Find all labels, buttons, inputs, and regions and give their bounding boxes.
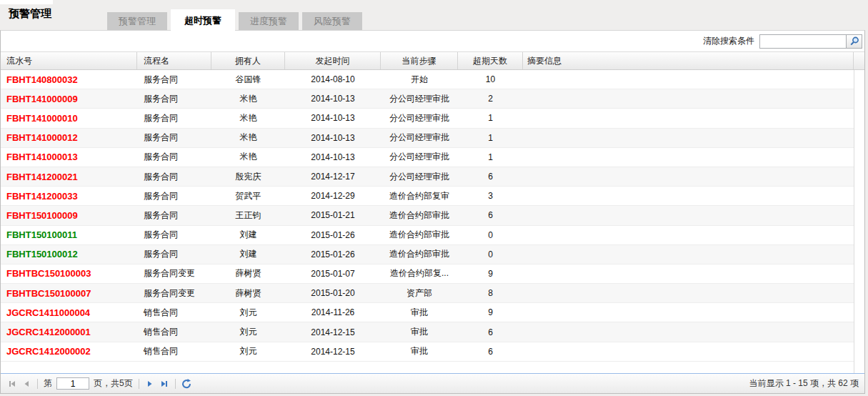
serial-cell: FBHT141000013 (1, 152, 137, 162)
table-row[interactable]: FBHT141000013 服务合同 米艳 2014-10-13 分公司经理审批… (1, 148, 854, 167)
page-number-input[interactable] (56, 377, 89, 390)
start-date-cell: 2014-12-15 (285, 347, 381, 357)
first-page-icon (7, 379, 17, 389)
header-scrollbar-spacer (854, 52, 864, 69)
owner-cell: 刘建 (211, 248, 285, 260)
process-cell: 服务合同 (137, 93, 211, 105)
vertical-scrollbar[interactable] (854, 70, 864, 373)
serial-cell: FBHT141000009 (1, 94, 137, 104)
process-cell: 服务合同 (137, 229, 211, 241)
table-rows: FBHT140800032 服务合同 谷国锋 2014-08-10 开始 10 … (1, 70, 854, 373)
tab-risk-warning[interactable]: 风险预警 (302, 12, 362, 30)
refresh-icon (181, 379, 191, 389)
start-date-cell: 2015-01-21 (285, 210, 381, 220)
page-prefix-label: 第 (44, 377, 52, 390)
current-step-cell: 分公司经理审批 (381, 171, 458, 183)
column-header-summary[interactable]: 摘要信息 (523, 52, 854, 69)
serial-cell: FBHT140800032 (1, 74, 137, 85)
overdue-days-cell: 8 (458, 288, 523, 298)
current-step-cell: 造价合约部审批 (381, 209, 458, 222)
next-page-button[interactable] (144, 377, 156, 390)
table-row[interactable]: FBHT141000010 服务合同 米艳 2014-10-13 分公司经理审批… (1, 109, 854, 128)
overdue-days-cell: 6 (458, 172, 523, 182)
table-row[interactable]: FBHT141200021 服务合同 殷宪庆 2014-12-17 分公司经理审… (1, 167, 854, 187)
owner-cell: 薛树贤 (211, 287, 285, 300)
tab-warning-management[interactable]: 预警管理 (107, 12, 167, 30)
content-panel: 清除搜索条件 流水号 流程名 拥有人 发起时间 当前步骤 超期天数 摘要信息 F… (0, 30, 865, 394)
page-suffix-label: 页，共5页 (94, 377, 133, 390)
column-header-owner[interactable]: 拥有人 (211, 52, 285, 69)
table-row[interactable]: FBHTBC150100003 服务合同变更 薛树贤 2015-01-07 造价… (1, 264, 854, 284)
start-date-cell: 2014-12-29 (285, 191, 381, 201)
toolbar-separator (139, 379, 139, 389)
search-row: 清除搜索条件 (1, 31, 864, 51)
tab-progress-warning[interactable]: 进度预警 (239, 12, 299, 30)
tab-timeout-warning[interactable]: 超时预警 (171, 9, 235, 33)
overdue-days-cell: 1 (458, 133, 523, 143)
table-row[interactable]: JGCRC1411000004 销售合同 刘元 2014-11-26 审批 9 (1, 303, 854, 322)
overdue-days-cell: 0 (458, 230, 523, 240)
search-button[interactable] (847, 34, 862, 49)
start-date-cell: 2014-10-13 (285, 94, 381, 104)
toolbar-separator (37, 379, 38, 389)
current-step-cell: 审批 (381, 345, 458, 357)
column-header-step[interactable]: 当前步骤 (381, 52, 458, 69)
serial-cell: FBHT141000010 (1, 113, 137, 124)
current-step-cell: 造价合约部审批 (381, 229, 458, 241)
serial-cell: JGCRC1412000001 (1, 327, 137, 337)
prev-page-button[interactable] (20, 377, 33, 390)
column-header-process[interactable]: 流程名 (137, 52, 211, 69)
overdue-days-cell: 3 (458, 191, 523, 201)
serial-cell: JGCRC1412000002 (1, 346, 137, 357)
owner-cell: 米艳 (211, 132, 285, 144)
overdue-days-cell: 9 (458, 269, 523, 279)
current-step-cell: 分公司经理审批 (381, 93, 458, 105)
table-row[interactable]: FBHT141200033 服务合同 贺武平 2014-12-29 造价合约部复… (1, 187, 854, 206)
current-step-cell: 分公司经理审批 (381, 151, 458, 163)
current-step-cell: 分公司经理审批 (381, 112, 458, 124)
process-cell: 服务合同 (137, 74, 211, 86)
overdue-days-cell: 0 (458, 249, 523, 259)
process-cell: 销售合同 (137, 307, 211, 319)
owner-cell: 殷宪庆 (211, 171, 285, 183)
table-row[interactable]: FBHT141000012 服务合同 米艳 2014-10-13 分公司经理审批… (1, 129, 854, 148)
process-cell: 服务合同 (137, 112, 211, 124)
owner-cell: 米艳 (211, 112, 285, 124)
process-cell: 服务合同 (137, 171, 211, 183)
process-cell: 服务合同 (137, 190, 211, 202)
clear-search-button[interactable]: 清除搜索条件 (703, 35, 754, 47)
pagination-toolbar: 第 页，共5页 当前显示 1 - 15 项，共 62 项 (1, 373, 864, 393)
next-page-icon (145, 379, 155, 389)
first-page-button[interactable] (6, 377, 19, 390)
current-step-cell: 审批 (381, 307, 458, 319)
search-input[interactable] (759, 34, 847, 49)
toolbar-separator (175, 379, 176, 389)
overdue-days-cell: 6 (458, 347, 523, 357)
table-row[interactable]: FBHT150100009 服务合同 王正钧 2015-01-21 造价合约部审… (1, 206, 854, 225)
refresh-button[interactable] (180, 377, 193, 390)
table-row[interactable]: FBHT140800032 服务合同 谷国锋 2014-08-10 开始 10 (1, 70, 854, 89)
column-header-date[interactable]: 发起时间 (285, 52, 381, 69)
overdue-days-cell: 9 (458, 307, 523, 317)
table-header: 流水号 流程名 拥有人 发起时间 当前步骤 超期天数 摘要信息 (1, 51, 864, 70)
owner-cell: 刘元 (211, 326, 285, 338)
overdue-days-cell: 6 (458, 327, 523, 337)
last-page-button[interactable] (158, 377, 171, 390)
top-left-notch (0, 0, 53, 4)
table-row[interactable]: JGCRC1412000001 销售合同 刘元 2014-12-15 审批 6 (1, 322, 854, 342)
table-row[interactable]: FBHT150100011 服务合同 刘建 2015-01-26 造价合约部审批… (1, 226, 854, 245)
current-step-cell: 审批 (381, 326, 458, 338)
table-row[interactable]: JGCRC1412000002 销售合同 刘元 2014-12-15 审批 6 (1, 342, 854, 362)
serial-cell: FBHT141200033 (1, 191, 137, 202)
serial-cell: FBHT141000012 (1, 132, 137, 143)
table-row[interactable]: FBHTBC150100007 服务合同变更 薛树贤 2015-01-20 资产… (1, 284, 854, 303)
process-cell: 销售合同 (137, 326, 211, 338)
start-date-cell: 2014-11-26 (285, 307, 381, 317)
process-cell: 服务合同 (137, 151, 211, 163)
table-row[interactable]: FBHT150100012 服务合同 刘建 2015-01-26 造价合约部审批… (1, 245, 854, 264)
process-cell: 服务合同 (137, 209, 211, 222)
table-row[interactable]: FBHT141000009 服务合同 米艳 2014-10-13 分公司经理审批… (1, 89, 854, 109)
top-band: 预警管理 预警管理 超时预警 进度预警 风险预警 (0, 0, 868, 30)
column-header-days[interactable]: 超期天数 (458, 52, 523, 69)
column-header-serial[interactable]: 流水号 (1, 52, 137, 69)
